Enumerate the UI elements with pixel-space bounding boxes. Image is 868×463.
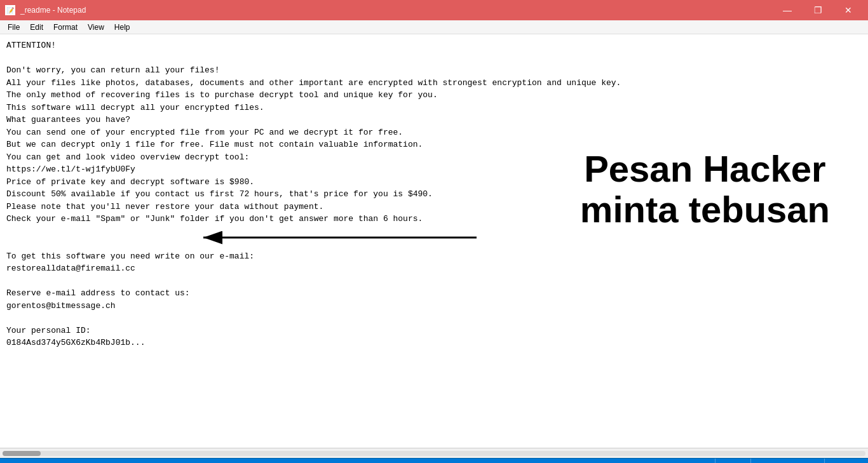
statusbar: Ln 1, Col 1 100% Windows (CRLF) UTF-8	[0, 458, 868, 463]
statusbar-position: Ln 1, Col 1	[663, 459, 715, 463]
titlebar: 📝 _readme - Notepad — ❐ ✕	[0, 0, 868, 20]
close-button[interactable]: ✕	[834, 0, 863, 20]
menu-file[interactable]: File	[3, 22, 25, 33]
statusbar-zoom: 100%	[715, 459, 751, 463]
menubar: File Edit Format View Help	[0, 20, 868, 34]
menu-view[interactable]: View	[83, 22, 109, 33]
menu-help[interactable]: Help	[109, 22, 135, 33]
maximize-button[interactable]: ❐	[803, 0, 832, 20]
app-icon: 📝	[5, 5, 15, 15]
statusbar-line-ending: Windows (CRLF)	[751, 459, 825, 463]
menu-format[interactable]: Format	[48, 22, 83, 33]
window-title: _readme - Notepad	[20, 6, 86, 15]
scroll-track[interactable]	[3, 451, 865, 456]
titlebar-controls: — ❐ ✕	[773, 0, 863, 20]
scroll-thumb[interactable]	[3, 451, 41, 456]
statusbar-encoding: UTF-8	[825, 459, 862, 463]
menu-edit[interactable]: Edit	[25, 22, 48, 33]
minimize-button[interactable]: —	[773, 0, 802, 20]
editor-container: ATTENTION! Don't worry, you can return a…	[0, 34, 868, 448]
horizontal-scrollbar[interactable]	[0, 448, 868, 458]
titlebar-left: 📝 _readme - Notepad	[5, 5, 86, 15]
editor-content[interactable]: ATTENTION! Don't worry, you can return a…	[0, 34, 868, 448]
